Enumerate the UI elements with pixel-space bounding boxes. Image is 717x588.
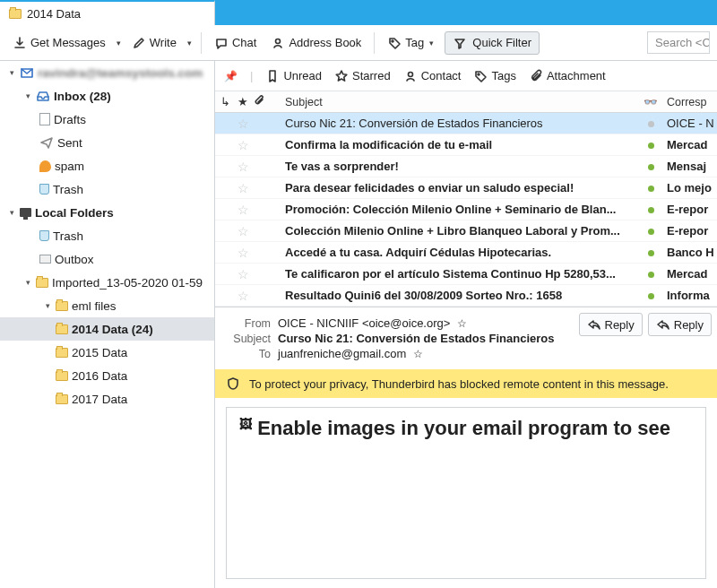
filter-attachment[interactable]: Attachment bbox=[529, 69, 606, 83]
star-icon[interactable]: ☆ bbox=[238, 181, 249, 195]
folder-2014-row[interactable]: 2014 Data (24) bbox=[0, 317, 214, 341]
message-correspondent: Lo mejo bbox=[663, 181, 717, 195]
folder-2017-row[interactable]: 2017 Data bbox=[0, 387, 214, 411]
message-row[interactable]: ☆Colección Milenio Online + Libro Blanqu… bbox=[215, 220, 717, 242]
account-row[interactable]: ▾ ravindra@teamsystools.com bbox=[0, 61, 214, 84]
message-row[interactable]: ☆Curso Nic 21: Conversión de Estados Fin… bbox=[215, 113, 717, 134]
trash-row[interactable]: Trash bbox=[0, 177, 214, 201]
local-trash-row[interactable]: Trash bbox=[0, 224, 214, 247]
filter-starred[interactable]: Starred bbox=[334, 69, 391, 83]
filter-contact[interactable]: Contact bbox=[403, 69, 462, 83]
star-icon[interactable]: ☆ bbox=[238, 289, 249, 303]
folder-2016-row[interactable]: 2016 Data bbox=[0, 364, 214, 387]
reply-icon bbox=[656, 317, 670, 332]
drafts-row[interactable]: Drafts bbox=[0, 108, 214, 131]
star-icon[interactable]: ☆ bbox=[238, 246, 249, 260]
address-book-button[interactable]: Address Book bbox=[265, 32, 367, 54]
star-icon[interactable]: ☆ bbox=[457, 317, 467, 330]
folder-icon bbox=[9, 9, 22, 19]
col-correspondent[interactable]: Corresp bbox=[663, 96, 717, 108]
computer-icon bbox=[20, 208, 31, 217]
star-icon[interactable]: ☆ bbox=[238, 224, 249, 238]
message-row[interactable]: ☆Te calificaron por el artículo Sistema … bbox=[215, 264, 717, 285]
search-input[interactable]: Search <C bbox=[647, 31, 710, 54]
col-star[interactable]: ★ bbox=[235, 95, 251, 108]
folder-tree: ▾ ravindra@teamsystools.com ▾ Inbox (28)… bbox=[0, 61, 215, 588]
reply-button[interactable]: Reply bbox=[579, 313, 643, 336]
message-row[interactable]: ☆Resultado Quini6 del 30/08/2009 Sorteo … bbox=[215, 285, 717, 307]
message-subject: Te calificaron por el artículo Sistema C… bbox=[267, 267, 638, 281]
download-icon bbox=[13, 36, 27, 50]
message-subject: Para desear felicidades o enviar un salu… bbox=[267, 181, 638, 195]
star-icon[interactable]: ☆ bbox=[238, 160, 249, 174]
shield-icon bbox=[226, 376, 240, 391]
read-dot-icon bbox=[648, 293, 654, 299]
star-icon[interactable]: ☆ bbox=[238, 117, 249, 131]
folder-icon bbox=[56, 348, 68, 358]
outbox-row[interactable]: Outbox bbox=[0, 247, 214, 271]
get-messages-button[interactable]: Get Messages bbox=[7, 32, 111, 54]
filter-unread[interactable]: Unread bbox=[265, 69, 322, 83]
get-messages-dropdown[interactable]: ▾ bbox=[115, 39, 123, 48]
star-icon[interactable]: ☆ bbox=[238, 203, 249, 217]
folder-icon bbox=[56, 394, 68, 404]
local-folders-row[interactable]: ▾ Local Folders bbox=[0, 201, 214, 224]
person-icon bbox=[403, 69, 418, 83]
spam-row[interactable]: spam bbox=[0, 154, 214, 177]
window-tab[interactable]: 2014 Data bbox=[0, 0, 215, 25]
read-dot-icon bbox=[648, 250, 654, 256]
read-dot-icon bbox=[648, 164, 654, 170]
svg-point-3 bbox=[408, 72, 412, 76]
filter-tags[interactable]: Tags bbox=[473, 69, 515, 83]
sent-row[interactable]: Sent bbox=[0, 131, 214, 154]
reply-icon bbox=[587, 317, 601, 332]
read-dot-icon bbox=[648, 143, 654, 149]
message-correspondent: Banco H bbox=[663, 246, 717, 259]
from-value[interactable]: OICE - NICNIIF <oice@oice.org> bbox=[278, 316, 450, 330]
message-row[interactable]: ☆Para desear felicidades o enviar un sal… bbox=[215, 177, 717, 199]
eml-folder-row[interactable]: ▾ eml files bbox=[0, 294, 214, 317]
write-button[interactable]: Write bbox=[126, 32, 182, 54]
svg-point-0 bbox=[276, 39, 281, 43]
col-attachment[interactable] bbox=[251, 95, 267, 108]
trash-icon bbox=[39, 230, 49, 241]
folder-icon bbox=[56, 324, 68, 334]
message-correspondent: Mensaj bbox=[663, 160, 717, 173]
caret-down-icon: ▾ bbox=[7, 68, 16, 77]
message-correspondent: E-repor bbox=[663, 203, 717, 216]
message-subject: Te vas a sorprender! bbox=[267, 160, 638, 173]
read-dot-icon bbox=[648, 121, 654, 127]
star-icon bbox=[334, 69, 349, 83]
address-book-icon bbox=[271, 36, 285, 50]
folder-2015-row[interactable]: 2015 Data bbox=[0, 341, 214, 364]
col-read[interactable]: 👓 bbox=[638, 95, 663, 108]
col-thread[interactable]: ↳ bbox=[215, 95, 235, 108]
to-value[interactable]: juanfreniche@gmail.com bbox=[278, 347, 406, 360]
pin-icon[interactable]: 📌 bbox=[224, 70, 238, 82]
read-dot-icon bbox=[648, 207, 654, 213]
imported-folder-row[interactable]: ▾ Imported_13-05-2020 01-59 bbox=[0, 271, 214, 294]
subject-value: Curso Nic 21: Conversión de Estados Fina… bbox=[278, 332, 554, 345]
star-icon[interactable]: ☆ bbox=[413, 348, 423, 360]
inbox-row[interactable]: ▾ Inbox (28) bbox=[0, 84, 214, 108]
message-subject: Promoción: Colección Milenio Online + Se… bbox=[267, 203, 638, 216]
quick-filter-button[interactable]: Quick Filter bbox=[445, 31, 540, 55]
star-icon[interactable]: ☆ bbox=[238, 138, 249, 152]
chat-button[interactable]: Chat bbox=[209, 32, 262, 54]
message-row[interactable]: ☆Accedé a tu casa. Adquirí Cédulas Hipot… bbox=[215, 242, 717, 264]
col-subject[interactable]: Subject bbox=[267, 96, 638, 108]
message-row[interactable]: ☆Promoción: Colección Milenio Online + S… bbox=[215, 199, 717, 220]
star-icon[interactable]: ☆ bbox=[238, 267, 249, 281]
message-correspondent: Mercad bbox=[663, 267, 717, 281]
message-row[interactable]: ☆Te vas a sorprender!Mensaj bbox=[215, 156, 717, 177]
message-row[interactable]: ☆Confirma la modificación de tu e-mailMe… bbox=[215, 134, 717, 156]
svg-point-1 bbox=[392, 40, 393, 42]
caret-down-icon: ▾ bbox=[23, 278, 32, 287]
chat-icon bbox=[214, 36, 229, 50]
write-dropdown[interactable]: ▾ bbox=[186, 39, 194, 48]
message-subject: Confirma la modificación de tu e-mail bbox=[267, 138, 638, 151]
tag-button[interactable]: Tag ▾ bbox=[382, 32, 441, 54]
message-list-header: ↳ ★ Subject 👓 Corresp bbox=[215, 91, 717, 113]
to-label: To bbox=[226, 348, 271, 360]
reply-all-button[interactable]: Reply bbox=[648, 313, 712, 336]
